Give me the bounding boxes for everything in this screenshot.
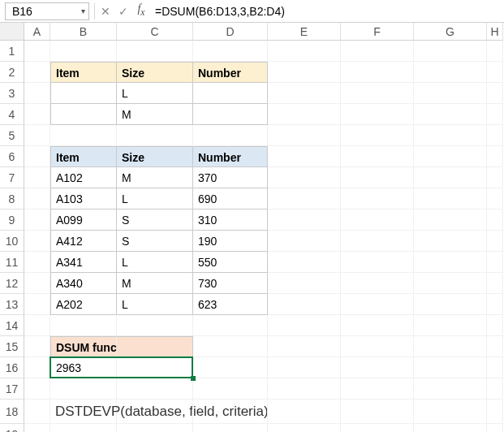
cell[interactable]	[268, 378, 341, 400]
col-header[interactable]: E	[268, 23, 341, 41]
cell[interactable]	[24, 378, 50, 400]
cell[interactable]	[487, 62, 503, 83]
row-header[interactable]: 10	[0, 231, 24, 252]
cell[interactable]	[24, 146, 50, 167]
cell[interactable]	[414, 62, 487, 83]
select-all-corner[interactable]	[0, 23, 24, 41]
cell[interactable]	[341, 336, 414, 357]
name-box[interactable]: B16 ▾	[5, 2, 89, 20]
cell[interactable]	[487, 231, 503, 252]
cell[interactable]	[487, 315, 503, 336]
cell[interactable]	[24, 125, 50, 146]
table-cell[interactable]: 730	[193, 273, 268, 294]
cell[interactable]	[24, 357, 50, 378]
cell[interactable]	[487, 378, 503, 400]
cell[interactable]	[50, 125, 117, 146]
cell[interactable]	[487, 83, 503, 104]
row-header[interactable]: 15	[0, 336, 24, 357]
cell[interactable]	[414, 188, 487, 210]
col-header[interactable]: G	[414, 23, 487, 41]
cell[interactable]	[50, 104, 117, 125]
cell[interactable]	[414, 315, 487, 336]
cell[interactable]	[24, 83, 50, 104]
table-cell[interactable]: A202	[50, 294, 117, 315]
result-label[interactable]: DSUM function	[50, 336, 117, 357]
cell[interactable]	[24, 252, 50, 273]
cell[interactable]	[487, 188, 503, 210]
cell[interactable]	[24, 336, 50, 357]
cell[interactable]	[268, 273, 341, 294]
cell[interactable]	[268, 41, 341, 62]
row-header[interactable]: 13	[0, 294, 24, 315]
cell[interactable]	[193, 357, 268, 378]
cell[interactable]	[268, 104, 341, 125]
cell[interactable]	[193, 400, 268, 424]
cell[interactable]	[341, 188, 414, 210]
table-cell[interactable]: 370	[193, 167, 268, 188]
cell[interactable]	[341, 357, 414, 378]
row-header[interactable]: 11	[0, 252, 24, 273]
criteria-size-2[interactable]: M	[117, 104, 193, 125]
cell[interactable]	[24, 231, 50, 252]
row-header[interactable]: 8	[0, 188, 24, 210]
row-header[interactable]: 9	[0, 210, 24, 231]
cell[interactable]	[487, 357, 503, 378]
table-cell[interactable]: S	[117, 231, 193, 252]
cell[interactable]	[50, 315, 117, 336]
criteria-size-1[interactable]: L	[117, 83, 193, 104]
cell[interactable]	[268, 83, 341, 104]
cell[interactable]	[268, 188, 341, 210]
row-header[interactable]: 2	[0, 62, 24, 83]
table-cell[interactable]: A412	[50, 231, 117, 252]
cell[interactable]	[24, 400, 50, 424]
table-cell[interactable]: S	[117, 210, 193, 231]
table-cell[interactable]: L	[117, 188, 193, 210]
cell[interactable]	[24, 167, 50, 188]
cell[interactable]	[193, 315, 268, 336]
cell[interactable]	[268, 357, 341, 378]
cell[interactable]	[50, 41, 117, 62]
cell[interactable]	[341, 41, 414, 62]
cell[interactable]	[24, 104, 50, 125]
cell[interactable]	[414, 104, 487, 125]
cell[interactable]	[487, 400, 503, 424]
col-header[interactable]: B	[50, 23, 117, 41]
cell[interactable]	[193, 41, 268, 62]
cell[interactable]	[414, 336, 487, 357]
cell[interactable]	[268, 294, 341, 315]
cell[interactable]	[193, 336, 268, 357]
cell[interactable]	[341, 294, 414, 315]
cell[interactable]	[414, 424, 487, 432]
cell[interactable]	[341, 125, 414, 146]
row-header[interactable]: 18	[0, 400, 24, 424]
cell[interactable]	[193, 125, 268, 146]
cell[interactable]	[414, 252, 487, 273]
cell[interactable]	[341, 315, 414, 336]
cell[interactable]	[487, 41, 503, 62]
cell[interactable]	[193, 378, 268, 400]
cell[interactable]	[414, 41, 487, 62]
syntax-text[interactable]: DSTDEVP(database, field, criteria)	[50, 400, 117, 424]
cell[interactable]	[341, 146, 414, 167]
cell[interactable]	[414, 273, 487, 294]
cell[interactable]	[341, 231, 414, 252]
cell[interactable]	[414, 210, 487, 231]
db-header-number[interactable]: Number	[193, 146, 268, 167]
cell[interactable]	[414, 125, 487, 146]
cell[interactable]	[414, 146, 487, 167]
cell[interactable]	[117, 357, 193, 378]
table-cell[interactable]: L	[117, 252, 193, 273]
table-cell[interactable]: M	[117, 167, 193, 188]
col-header[interactable]: F	[341, 23, 414, 41]
cell[interactable]	[487, 294, 503, 315]
cell[interactable]	[341, 424, 414, 432]
cell[interactable]	[268, 146, 341, 167]
cell[interactable]	[487, 125, 503, 146]
col-header[interactable]: A	[24, 23, 50, 41]
row-header[interactable]: 4	[0, 104, 24, 125]
cell[interactable]	[117, 400, 193, 424]
result-value[interactable]: 2963	[50, 357, 117, 378]
cell[interactable]	[487, 104, 503, 125]
criteria-header-item[interactable]: Item	[50, 62, 117, 83]
cell[interactable]	[268, 252, 341, 273]
